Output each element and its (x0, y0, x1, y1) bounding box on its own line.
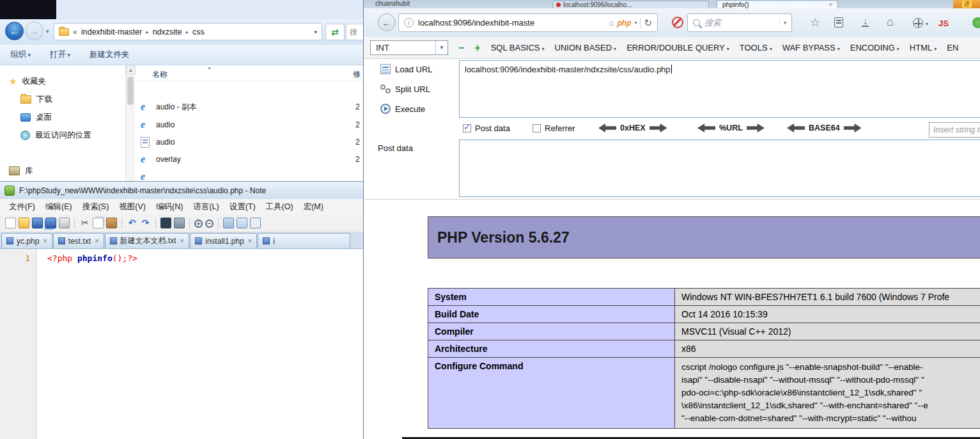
open-file-icon[interactable] (19, 218, 29, 228)
url-text[interactable]: localhost:9096/indexhibit-maste (418, 18, 605, 28)
copy-icon[interactable] (93, 218, 104, 228)
browser-search-box[interactable]: 搜索 ▾ (687, 13, 792, 32)
new-file-icon[interactable] (5, 218, 16, 228)
menu-waf-bypass[interactable]: WAF BYPASS▾ (782, 43, 840, 52)
forward-button[interactable]: → (25, 22, 43, 40)
encode-arrow-icon[interactable] (747, 124, 765, 132)
close-tab-icon[interactable]: × (95, 237, 98, 244)
reload-icon[interactable]: ↻ (644, 18, 652, 28)
zoom-out-icon[interactable]: − (205, 219, 214, 228)
file-list-header[interactable]: ▲ 名称 修 (136, 65, 363, 81)
find-icon[interactable] (160, 218, 171, 228)
execute-button[interactable]: Execute (380, 104, 425, 114)
show-symbols-icon[interactable] (237, 218, 247, 228)
file-row[interactable]: e audio - 副本 2 (136, 99, 363, 115)
open-button[interactable]: 打开 (50, 49, 70, 60)
insert-string-input[interactable] (929, 122, 980, 138)
recent-pages-dropdown-icon[interactable]: ▾ (46, 28, 49, 35)
browser-tab[interactable]: 进 (953, 0, 980, 8)
zoom-in-icon[interactable]: + (194, 219, 203, 228)
sidebar-item-recent-places[interactable]: 最近访问的位置 (0, 128, 91, 142)
menu-file[interactable]: 文件(F) (4, 202, 40, 212)
menu-html[interactable]: HTML▾ (910, 43, 937, 52)
downloads-icon[interactable]: ↓ (862, 17, 869, 27)
hex-encode-button[interactable]: 0xHEX (598, 124, 667, 132)
organize-button[interactable]: 组织 (10, 49, 31, 60)
load-url-button[interactable]: Load URL (380, 64, 433, 74)
menu-encoding[interactable]: ENCODING▾ (850, 43, 899, 52)
close-tab-icon[interactable]: × (248, 237, 252, 244)
menu-language[interactable]: 语言(L) (188, 202, 224, 212)
editor-tab[interactable]: 新建文本文档.txt × (105, 233, 189, 248)
breadcrumb-collapse-icon[interactable]: « (73, 28, 77, 36)
page-info-icon[interactable]: i (404, 18, 414, 28)
column-header-modified[interactable]: 修 (353, 69, 361, 80)
blocked-content-icon[interactable] (672, 17, 683, 28)
globe-icon[interactable] (913, 18, 923, 28)
menu-tools[interactable]: TOOLS▾ (740, 43, 772, 52)
breadcrumb-item[interactable]: css (192, 28, 205, 36)
menu-encryption-clipped[interactable]: EN (947, 43, 958, 52)
encode-arrow-icon[interactable] (649, 124, 667, 132)
js-toggle-icon[interactable]: JS (938, 19, 949, 28)
select-dropdown-icon[interactable]: ▼ (435, 41, 447, 54)
increase-icon[interactable]: + (474, 42, 480, 54)
menu-macro[interactable]: 宏(M) (299, 202, 329, 212)
scrollbar-thumb[interactable] (127, 77, 134, 105)
browser-tab-active[interactable]: phpinfo() × (717, 0, 838, 8)
dropdown-icon[interactable]: ▾ (634, 20, 637, 26)
sidebar-item-desktop[interactable]: 桌面 (0, 110, 52, 124)
close-tab-icon[interactable]: × (180, 237, 184, 244)
bookmarks-menu-icon[interactable] (834, 17, 843, 28)
post-data-textarea[interactable] (459, 140, 980, 197)
code-line[interactable]: <?php phpinfo();?> (47, 253, 137, 263)
file-row[interactable]: e (136, 168, 363, 181)
refresh-button[interactable]: ⇄ (325, 24, 345, 40)
addon-icon[interactable] (972, 17, 980, 28)
php-home-icon[interactable]: ⌂ (609, 19, 614, 27)
word-wrap-icon[interactable] (223, 218, 234, 228)
cut-icon[interactable]: ✂ (79, 218, 90, 228)
sidebar-item-downloads[interactable]: 下载 (0, 92, 52, 106)
checkbox-checked[interactable]: ✓ (463, 124, 471, 132)
column-header-name[interactable]: 名称 (152, 69, 167, 80)
referrer-checkbox[interactable]: Referrer (533, 124, 575, 133)
scroll-up-button[interactable]: ▲ (126, 65, 136, 75)
breadcrumb-item[interactable]: indexhibit-master (81, 28, 142, 36)
sidebar-scrollbar[interactable]: ▲ (125, 65, 135, 181)
base64-encode-button[interactable]: BASE64 (787, 124, 862, 132)
php-badge[interactable]: php (617, 19, 631, 28)
decode-arrow-icon[interactable] (787, 124, 805, 132)
file-row[interactable]: e audio 2 (136, 116, 363, 133)
menu-edit[interactable]: 编辑(E) (40, 202, 77, 212)
checkbox-unchecked[interactable] (533, 124, 541, 132)
menu-union-based[interactable]: UNION BASED▾ (555, 43, 617, 52)
redo-icon[interactable]: ↷ (140, 218, 151, 228)
sidebar-item-libraries[interactable]: 库 (0, 164, 33, 178)
menu-tools[interactable]: 工具(O) (261, 202, 299, 212)
address-history-dropdown-icon[interactable]: ▾ (314, 29, 317, 35)
breadcrumb[interactable]: « indexhibit-master ▸ ndxzsite ▸ css ▾ (54, 23, 322, 40)
decode-arrow-icon[interactable] (697, 124, 715, 132)
save-icon[interactable] (32, 218, 43, 228)
paste-icon[interactable] (106, 218, 117, 228)
print-icon[interactable] (59, 218, 70, 228)
new-folder-button[interactable]: 新建文件夹 (89, 49, 130, 60)
decrease-icon[interactable]: − (458, 42, 464, 54)
menu-sql-basics[interactable]: SQL BASICS▾ (491, 43, 545, 52)
editor-tab[interactable]: i (258, 233, 350, 248)
url-bar[interactable]: i localhost:9096/indexhibit-maste ⌂ php … (398, 13, 658, 32)
decode-arrow-icon[interactable] (598, 124, 616, 132)
menu-encoding[interactable]: 编码(N) (151, 202, 188, 212)
close-tab-icon[interactable]: × (43, 237, 47, 244)
encode-arrow-icon[interactable] (844, 124, 862, 132)
url-textarea[interactable]: localhost:9096/indexhibit-master/ndxzsit… (459, 60, 980, 118)
undo-icon[interactable]: ↶ (127, 218, 137, 228)
home-icon[interactable]: ⌂ (887, 16, 894, 28)
globe-dropdown-icon[interactable]: ▾ (926, 21, 928, 27)
url-encode-button[interactable]: %URL (697, 124, 765, 132)
post-data-checkbox[interactable]: ✓ Post data (463, 124, 510, 133)
menu-search[interactable]: 搜索(S) (77, 202, 114, 212)
document-map-icon[interactable] (250, 218, 261, 228)
breadcrumb-item[interactable]: ndxzsite (153, 28, 182, 36)
